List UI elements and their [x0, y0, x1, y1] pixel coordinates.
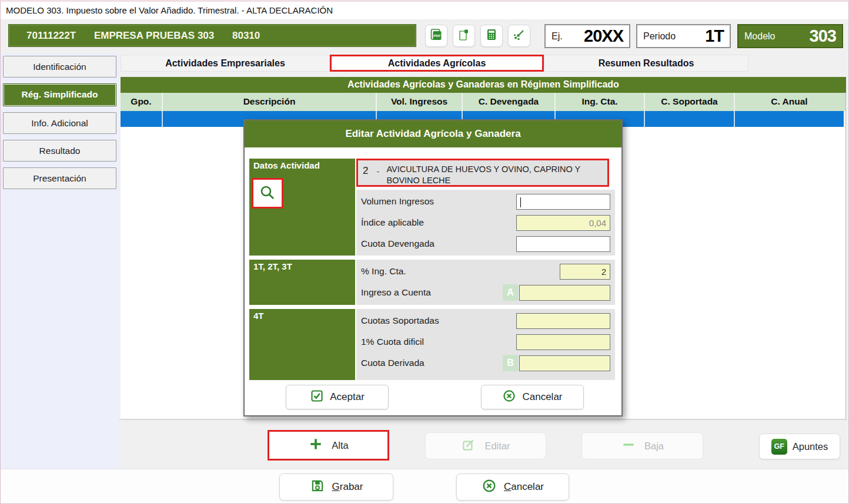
- col-ing-cta: Ing. Cta.: [556, 93, 645, 111]
- circle-x-icon: [482, 478, 497, 496]
- panel-t123-fields: % Ing. Cta. 2 Ingreso a Cuenta A: [356, 260, 615, 305]
- cuota-derivada-label: Cuota Derivada: [361, 358, 424, 368]
- header-band: 70111222T EMPRESA PRUEBAS 303 80310 PDF: [1, 20, 848, 52]
- alta-label: Alta: [332, 440, 348, 451]
- activity-dash: -: [376, 166, 379, 176]
- volumen-ingresos-input[interactable]: [516, 194, 610, 210]
- disconnect-icon: [512, 28, 526, 44]
- pct-ing-cta-label: % Ing. Cta.: [361, 266, 406, 277]
- badge-a: A: [503, 284, 518, 301]
- cuota-dificil-label: 1% Cuota dificil: [361, 337, 424, 347]
- cuota-dificil-input[interactable]: [516, 334, 610, 350]
- pct-ing-cta-input: 2: [560, 264, 610, 280]
- exercise-label: Ej.: [551, 31, 563, 42]
- section-1t-2t-3t: 1T, 2T, 3T: [249, 260, 355, 305]
- dialog-cancel-button[interactable]: Cancelar: [481, 385, 584, 409]
- alta-button[interactable]: Alta: [269, 432, 387, 459]
- cuotas-soportadas-input[interactable]: [516, 313, 610, 329]
- pdf-icon: PDF: [429, 28, 443, 44]
- calculator-button[interactable]: [480, 25, 503, 47]
- model-value: 303: [810, 26, 836, 46]
- baja-button: Baja: [581, 432, 703, 459]
- activity-description: AVICULTURA DE HUEVOS Y OVINO, CAPRINO Y …: [386, 163, 603, 186]
- dialog-cancel-label: Cancelar: [522, 391, 562, 403]
- sidebar-item-identificacion[interactable]: Identificación: [3, 56, 116, 78]
- cuota-devengada-label: Cuota Devengada: [361, 238, 434, 249]
- editar-label: Editar: [484, 441, 510, 452]
- search-activity-button[interactable]: [253, 180, 282, 207]
- cuotas-soportadas-label: Cuotas Soportadas: [361, 315, 439, 326]
- search-activity-highlight: [252, 178, 283, 209]
- calculator-icon: [484, 28, 499, 44]
- plus-icon: [308, 436, 323, 454]
- tab-resumen-resultados[interactable]: Resumen Resultados: [544, 55, 748, 72]
- model-label: Modelo: [744, 31, 775, 42]
- cuota-devengada-input[interactable]: [516, 236, 610, 252]
- exercise-box: Ej. 20XX: [544, 24, 630, 48]
- activity-code: 2: [363, 165, 368, 177]
- svg-text:PDF: PDF: [434, 34, 441, 38]
- tab-bar: Actividades Empresariales Actividades Ag…: [121, 55, 748, 72]
- check-square-icon: [310, 389, 324, 406]
- apuntes-label: Apuntes: [793, 441, 828, 452]
- panel-datos-fields: Volumen Ingresos Índice aplicable 0,04 C…: [356, 190, 615, 256]
- model-box: Modelo 303: [737, 24, 843, 48]
- exercise-value: 20XX: [584, 26, 623, 46]
- company-name: EMPRESA PRUEBAS 303: [94, 30, 214, 41]
- sidebar-item-presentacion[interactable]: Presentación: [3, 167, 116, 189]
- text-caret: [520, 197, 521, 207]
- copy-note-button[interactable]: [453, 25, 475, 47]
- window-title: MODELO 303. Impuesto sobre el Valor Añad…: [1, 2, 848, 20]
- tab-actividades-empresariales[interactable]: Actividades Empresariales: [121, 55, 330, 72]
- gf-icon: GF: [771, 439, 787, 455]
- indice-aplicable-input: 0,04: [516, 215, 610, 231]
- section-t4-label: 4T: [253, 311, 264, 321]
- section-datos-actividad: Datos Actividad: [249, 159, 355, 256]
- footer-cancel-button[interactable]: Cancelar: [456, 473, 569, 500]
- circle-x-icon: [502, 389, 516, 406]
- sidebar-item-info-adicional[interactable]: Info. Adicional: [3, 112, 116, 134]
- grabar-label: Grabar: [332, 481, 363, 493]
- minus-icon: [621, 437, 636, 455]
- actions-bar: Alta Editar Baja GF Apuntes: [119, 419, 849, 469]
- col-vol-ingresos: Vol. Ingresos: [377, 93, 463, 111]
- section-t123-label: 1T, 2T, 3T: [253, 261, 292, 271]
- dialog-accept-button[interactable]: Aceptar: [286, 385, 389, 409]
- copy-note-icon: [457, 28, 471, 44]
- company-code: 80310: [232, 30, 260, 41]
- disconnect-button[interactable]: [508, 25, 530, 47]
- sidebar-item-resultado[interactable]: Resultado: [3, 140, 116, 162]
- footer-bar: Grabar Cancelar: [1, 469, 849, 504]
- floppy-icon: [310, 478, 325, 496]
- col-descripcion: Descripción: [163, 93, 377, 111]
- grabar-button[interactable]: Grabar: [279, 473, 393, 500]
- volumen-ingresos-label: Volumen Ingresos: [361, 196, 434, 207]
- edit-activity-dialog: Editar Actividad Agrícola y Ganadera Dat…: [243, 119, 623, 416]
- col-gpo: Gpo.: [121, 93, 163, 111]
- app-window: MODELO 303. Impuesto sobre el Valor Añad…: [0, 0, 849, 504]
- sidebar: Identificación Rég. Simplificado Info. A…: [1, 53, 119, 469]
- indice-aplicable-label: Índice aplicable: [361, 217, 424, 228]
- col-c-anual: C. Anual: [735, 93, 844, 111]
- footer-cancel-label: Cancelar: [504, 481, 544, 493]
- section-4t: 4T: [249, 309, 355, 380]
- ingreso-a-cuenta-input: [519, 285, 610, 301]
- activity-description-box[interactable]: 2 - AVICULTURA DE HUEVOS Y OVINO, CAPRIN…: [356, 159, 609, 187]
- company-bar: 70111222T EMPRESA PRUEBAS 303 80310: [8, 24, 416, 47]
- baja-label: Baja: [644, 441, 664, 452]
- table-header-row: Gpo. Descripción Vol. Ingresos C. Deveng…: [121, 93, 845, 111]
- table-title: Actividades Agrícolas y Ganaderas en Rég…: [121, 77, 846, 93]
- company-nif: 70111222T: [26, 30, 76, 41]
- sidebar-item-reg-simplificado[interactable]: Rég. Simplificado: [3, 83, 116, 106]
- col-c-devengada: C. Devengada: [463, 93, 556, 111]
- section-datos-label: Datos Actividad: [253, 160, 320, 170]
- alta-highlight: Alta: [268, 430, 389, 461]
- dialog-title: Editar Actividad Agrícola y Ganadera: [245, 120, 621, 147]
- cuota-derivada-input: [519, 355, 610, 371]
- ingreso-a-cuenta-label: Ingreso a Cuenta: [361, 287, 431, 298]
- col-c-soportada: C. Soportada: [645, 93, 735, 111]
- pdf-button[interactable]: PDF: [425, 25, 447, 47]
- period-value: 1T: [705, 26, 724, 46]
- tab-actividades-agricolas[interactable]: Actividades Agrícolas: [330, 55, 544, 72]
- apuntes-button[interactable]: GF Apuntes: [759, 434, 840, 459]
